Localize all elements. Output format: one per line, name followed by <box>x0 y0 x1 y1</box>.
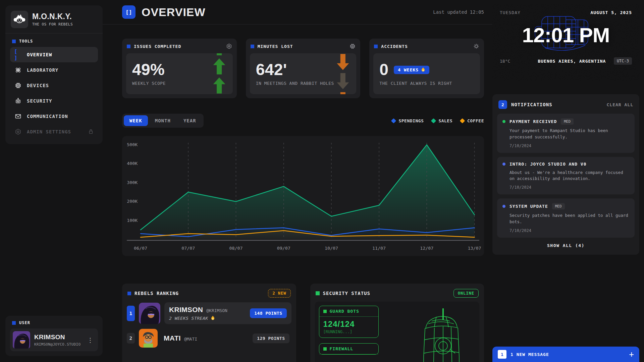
sidebar-item-overview[interactable]: [ ] OVERVIEW <box>10 47 98 62</box>
svg-text:11/07: 11/07 <box>372 246 386 251</box>
user-menu-dots-icon[interactable]: ⋮ <box>85 337 95 344</box>
flame-icon <box>421 67 425 72</box>
security-title: SECURITY STATUS <box>323 291 370 296</box>
clear-all-button[interactable]: CLEAR ALL <box>607 102 633 107</box>
tab-month[interactable]: MONTH <box>149 115 176 126</box>
app-name: M.O.N.K.Y. <box>32 13 73 20</box>
firewall-card: FIREWALL <box>319 343 379 355</box>
range-tabs: WEEK MONTH YEAR <box>122 114 204 128</box>
brackets-icon: [ ] <box>14 48 22 61</box>
panel-bullet <box>316 291 320 295</box>
tab-week[interactable]: WEEK <box>124 115 148 126</box>
sidebar-item-communication[interactable]: COMMUNICATION <box>10 109 98 124</box>
app-tagline: THE OS FOR REBELS <box>32 22 73 26</box>
sidebar-item-security[interactable]: SECURITY <box>10 93 98 109</box>
rank-name: MATI <box>164 334 181 342</box>
trend-down-arrows-icon <box>336 53 350 94</box>
sidebar-divider <box>5 33 103 34</box>
user-card: USER KRIMSON KRIMSON@JOYCO.STUDIO ⋮ <box>5 316 103 356</box>
points-badge: 148 POINTS <box>250 308 286 318</box>
notifications-panel: 2 NOTIFICATIONS CLEAR ALL PAYMENT RECEIV… <box>492 94 639 255</box>
notification-system-update[interactable]: SYSTEM UPDATE MED Security patches have … <box>497 198 635 238</box>
notification-body: Security patches have been applied to al… <box>509 213 629 225</box>
legend-coffee[interactable]: COFFEE <box>461 118 484 123</box>
notification-payment[interactable]: PAYMENT RECEIVED MED Your payment to Ram… <box>497 114 635 153</box>
right-column: TUESDAY AUGUST 5, 2025 <box>492 4 639 362</box>
sidebar: M.O.N.K.Y. THE OS FOR REBELS TOOLS [ ] O… <box>5 5 103 356</box>
robot-icon <box>14 98 22 104</box>
settings-chip-icon[interactable] <box>350 43 356 49</box>
legend-spendings[interactable]: SPENDINGS <box>392 118 424 123</box>
plus-icon[interactable]: + <box>629 350 634 358</box>
rank-name: KRIMSON <box>169 306 203 314</box>
chip-icon <box>14 82 22 89</box>
user-profile[interactable]: KRIMSON KRIMSON@JOYCO.STUDIO ⋮ <box>10 328 98 351</box>
ranking-row-1[interactable]: 1 KRIMSON @KRIMSON <box>127 302 291 324</box>
svg-text:12/07: 12/07 <box>420 246 433 251</box>
notification-body: Your payment to Rampant Studio has been … <box>509 128 629 140</box>
status-dot <box>502 163 505 166</box>
diamond-icon <box>460 118 465 123</box>
new-message-bar[interactable]: 1 1 NEW MESSAGE + <box>492 347 639 362</box>
rank-number: 1 <box>127 306 135 321</box>
stat-card-accidents: ACCIDENTS 0 4 WEEKS <box>369 39 484 98</box>
settings-cog-icon[interactable] <box>473 43 479 49</box>
sidebar-nav: [ ] OVERVIEW LABORATORY <box>10 47 98 139</box>
notification-body: About us - We're a healthcare company fo… <box>509 170 629 182</box>
stat-title: ISSUES COMPLETED <box>134 44 181 49</box>
sidebar-item-admin-settings[interactable]: ADMIN SETTINGS <box>10 124 98 139</box>
stat-card-issues: ISSUES COMPLETED 49% WEEKLY SCOPE <box>122 39 237 98</box>
notification-date: 7/10/2024 <box>509 185 629 190</box>
online-badge: ONLINE <box>453 289 479 298</box>
new-count-badge: 2 NEW <box>268 289 290 298</box>
lock-icon <box>88 128 94 135</box>
rank-streak: 2 WEEKS STREAK <box>169 316 227 321</box>
mail-icon <box>14 113 22 120</box>
header-divider <box>103 24 492 24</box>
ranking-row-2[interactable]: 2 MATI @MATI <box>127 329 291 348</box>
svg-text:07/07: 07/07 <box>181 246 195 251</box>
notification-intro[interactable]: INTRO: JOYCO STUDIO AND V0 About us - We… <box>497 157 635 195</box>
show-all-button[interactable]: SHOW ALL (4) <box>497 238 635 250</box>
svg-text:06/07: 06/07 <box>134 246 147 251</box>
priority-chip: MED <box>561 118 574 125</box>
svg-text:08/07: 08/07 <box>229 246 243 251</box>
chart-legend: SPENDINGS SALES COFFEE <box>392 118 484 123</box>
stat-cards: ISSUES COMPLETED 49% WEEKLY SCOPE MINUTE… <box>122 39 484 98</box>
sidebar-item-label: SECURITY <box>27 98 52 104</box>
svg-text:200K: 200K <box>127 199 138 204</box>
atom-icon <box>14 67 22 73</box>
sidebar-item-label: COMMUNICATION <box>27 114 68 119</box>
rank-handle: @MATI <box>184 337 197 342</box>
stat-caption: THE CLIENT ALWAYS IS RIGHT <box>379 81 474 86</box>
chart-controls: WEEK MONTH YEAR SPENDINGS SALES COFFEE <box>122 114 484 128</box>
trend-up-arrows-icon <box>213 53 226 94</box>
ranking-title: REBELS RANKING <box>135 291 179 296</box>
guard-bots-title: GUARD BOTS <box>330 309 359 314</box>
sentry-bot-wireframe <box>408 306 472 362</box>
sidebar-item-laboratory[interactable]: LABORATORY <box>10 62 98 78</box>
user-label: USER <box>19 320 30 325</box>
settings-hex-icon[interactable] <box>226 43 232 49</box>
section-bullet <box>12 321 16 325</box>
legend-sales[interactable]: SALES <box>432 118 452 123</box>
notifications-title: NOTIFICATIONS <box>511 102 552 107</box>
streak-badge: 4 WEEKS <box>394 66 429 74</box>
message-count-badge: 1 <box>498 350 506 359</box>
gear-icon <box>14 128 22 135</box>
panel-bullet <box>127 292 131 295</box>
section-bullet <box>12 40 16 43</box>
stat-title: MINUTES LOST <box>258 44 293 49</box>
sidebar-item-label: OVERVIEW <box>27 52 52 57</box>
svg-text:400K: 400K <box>127 161 138 166</box>
sidebar-item-label: DEVICES <box>27 83 49 88</box>
sidebar-item-devices[interactable]: DEVICES <box>10 78 98 93</box>
last-updated: Last updated 12:05 <box>433 9 484 15</box>
tab-year[interactable]: YEAR <box>178 115 202 126</box>
notification-count-badge: 2 <box>498 100 507 109</box>
card-bullet <box>127 45 130 48</box>
sidebar-item-label: LABORATORY <box>27 67 58 73</box>
stat-card-minutes: MINUTES LOST 642' IN MEETINGS AND RABBIT… <box>246 39 361 98</box>
rebels-ranking-panel: REBELS RANKING 2 NEW 1 <box>122 284 296 362</box>
app-logo-row: M.O.N.K.Y. THE OS FOR REBELS <box>10 10 98 29</box>
